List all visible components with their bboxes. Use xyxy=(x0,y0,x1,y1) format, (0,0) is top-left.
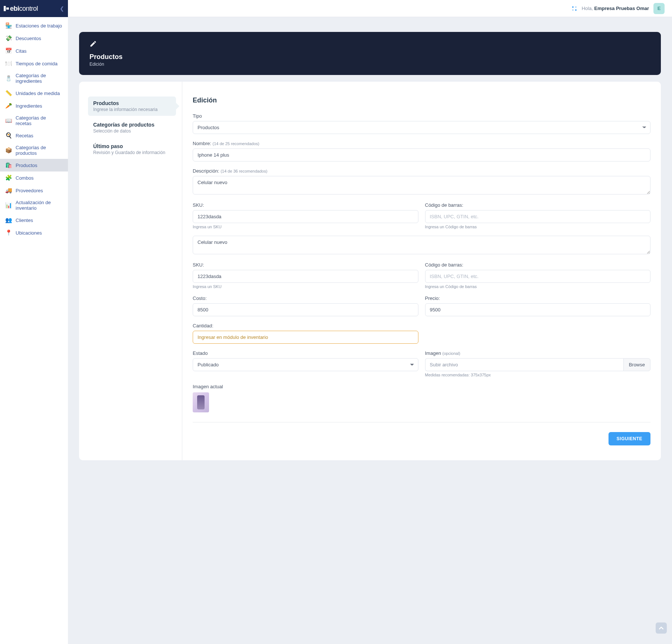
sidebar-item-7[interactable]: 📖Categorías de recetas xyxy=(0,112,68,129)
costo-input[interactable] xyxy=(193,303,418,316)
nav-icon: 🏪 xyxy=(5,22,12,29)
step-2[interactable]: Último pasoRevisión y Guardado de inform… xyxy=(88,140,176,159)
svg-point-4 xyxy=(572,9,574,11)
cantidad-input[interactable] xyxy=(193,331,418,344)
nav-icon: 🧂 xyxy=(5,75,12,82)
nav-icon: 🚚 xyxy=(5,187,12,194)
cantidad-label: Cantidad: xyxy=(193,323,418,328)
barcode-label: Código de barras: xyxy=(425,202,651,208)
nav-label: Tiempos de comida xyxy=(16,61,58,66)
nav-icon: 🥕 xyxy=(5,102,12,109)
apps-icon[interactable] xyxy=(571,6,577,12)
descripcion2-textarea[interactable]: Celular nuevo xyxy=(193,236,650,254)
divider xyxy=(193,422,650,422)
step-sub: Selección de datos xyxy=(93,128,171,134)
svg-point-5 xyxy=(575,9,577,11)
step-1[interactable]: Categorías de productosSelección de dato… xyxy=(88,118,176,137)
nav-label: Productos xyxy=(16,163,37,168)
estado-label: Estado xyxy=(193,350,418,356)
svg-point-2 xyxy=(572,6,574,8)
page-subtitle: Edición xyxy=(89,62,650,67)
imagen-label: Imagen (opcional) xyxy=(425,350,651,356)
step-sub: Revisión y Guardado de información xyxy=(93,150,171,155)
sidebar-item-10[interactable]: 🛍️Productos xyxy=(0,159,68,171)
nav-icon: 📖 xyxy=(5,117,12,124)
image-preview xyxy=(193,392,209,412)
topbar: Hola, Empresa Pruebas Omar E xyxy=(68,0,672,17)
siguiente-button[interactable]: SIGUIENTE xyxy=(609,432,650,445)
nombre-label: Nombre: (14 de 25 recomendados) xyxy=(193,141,650,146)
sidebar-item-3[interactable]: 🍽️Tiempos de comida xyxy=(0,57,68,70)
nav-icon: 📏 xyxy=(5,90,12,97)
nav-icon: 🍳 xyxy=(5,132,12,139)
sku-input[interactable] xyxy=(193,210,418,223)
sidebar-item-12[interactable]: 🚚Proveedores xyxy=(0,184,68,197)
precio-label: Precio: xyxy=(425,295,651,301)
sidebar-item-5[interactable]: 📏Unidades de medida xyxy=(0,87,68,99)
sidebar-item-4[interactable]: 🧂Categorías de ingredientes xyxy=(0,70,68,87)
sidebar-item-15[interactable]: 📍Ubicaciones xyxy=(0,226,68,239)
nav-icon: 📦 xyxy=(5,147,12,154)
nav-label: Unidades de medida xyxy=(16,91,60,96)
nombre-input[interactable] xyxy=(193,148,650,161)
nav-list: 🏪Estaciones de trabajo💸Descuentos📅Citas🍽… xyxy=(0,17,68,241)
scroll-top-button[interactable] xyxy=(656,622,667,634)
step-sub: Ingrese la información necesaria xyxy=(93,107,171,112)
sidebar-item-11[interactable]: 🧩Combos xyxy=(0,171,68,184)
nav-icon: 🛍️ xyxy=(5,162,12,169)
step-title: Categorías de productos xyxy=(93,122,171,128)
nav-label: Categorías de recetas xyxy=(16,115,63,126)
nav-label: Actualización de inventario xyxy=(16,200,63,211)
nav-label: Categorías de ingredientes xyxy=(16,73,63,84)
nav-label: Ubicaciones xyxy=(16,230,42,236)
greeting: Hola, Empresa Pruebas Omar xyxy=(582,6,649,11)
sidebar-item-1[interactable]: 💸Descuentos xyxy=(0,32,68,45)
edit-icon xyxy=(89,40,97,49)
estado-select[interactable]: Publicado xyxy=(193,358,418,371)
tipo-select[interactable]: Productos xyxy=(193,121,650,134)
nav-icon: 🍽️ xyxy=(5,60,12,67)
logo: ebicontrol xyxy=(4,5,38,13)
sku2-input[interactable] xyxy=(193,270,418,283)
barcode-helper: Ingresa un Código de barras xyxy=(425,225,651,229)
imagen-actual-label: Imagen actual xyxy=(193,384,650,389)
precio-input[interactable] xyxy=(425,303,651,316)
nav-label: Citas xyxy=(16,48,27,54)
sku2-label: SKU: xyxy=(193,262,418,268)
nav-icon: 📍 xyxy=(5,229,12,236)
tipo-label: Tipo xyxy=(193,113,650,119)
nav-label: Ingredientes xyxy=(16,103,42,109)
sidebar-item-2[interactable]: 📅Citas xyxy=(0,45,68,57)
sku2-helper: Ingresa un SKU xyxy=(193,284,418,289)
nav-label: Recetas xyxy=(16,133,33,138)
descripcion-label: Descripción: (14 de 36 recomendados) xyxy=(193,168,650,174)
step-0[interactable]: ProductosIngrese la información necesari… xyxy=(88,97,176,116)
sidebar-item-6[interactable]: 🥕Ingredientes xyxy=(0,99,68,112)
nav-label: Combos xyxy=(16,175,33,181)
imagen-file-text[interactable]: Subir archivo xyxy=(425,358,623,371)
sidebar-item-8[interactable]: 🍳Recetas xyxy=(0,129,68,142)
barcode-input[interactable] xyxy=(425,210,651,223)
form-column: Edición Tipo Productos Nombre: (14 de 25… xyxy=(182,82,661,460)
page-banner: Productos Edición xyxy=(79,32,661,75)
descripcion-textarea[interactable]: Celular nuevo xyxy=(193,176,650,194)
browse-button[interactable]: Browse xyxy=(623,358,650,371)
nav-icon: 🧩 xyxy=(5,174,12,181)
sidebar: ebicontrol ❮ 🏪Estaciones de trabajo💸Desc… xyxy=(0,0,68,644)
steps-column: ProductosIngrese la información necesari… xyxy=(79,82,182,460)
step-title: Último paso xyxy=(93,143,171,149)
sidebar-item-0[interactable]: 🏪Estaciones de trabajo xyxy=(0,19,68,32)
sidebar-item-9[interactable]: 📦Categorías de productos xyxy=(0,142,68,159)
svg-rect-0 xyxy=(4,6,6,11)
sidebar-item-14[interactable]: 👥Clientes xyxy=(0,214,68,226)
barcode2-label: Código de barras: xyxy=(425,262,651,268)
collapse-sidebar-icon[interactable]: ❮ xyxy=(60,6,64,12)
svg-rect-1 xyxy=(6,7,9,10)
imagen-helper: Medidas recomendadas: 375x375px xyxy=(425,373,651,377)
barcode2-input[interactable] xyxy=(425,270,651,283)
sidebar-item-13[interactable]: 📊Actualización de inventario xyxy=(0,197,68,214)
nav-icon: 📅 xyxy=(5,48,12,54)
barcode2-helper: Ingresa un Código de barras xyxy=(425,284,651,289)
section-title: Edición xyxy=(193,97,650,104)
avatar[interactable]: E xyxy=(653,3,665,14)
